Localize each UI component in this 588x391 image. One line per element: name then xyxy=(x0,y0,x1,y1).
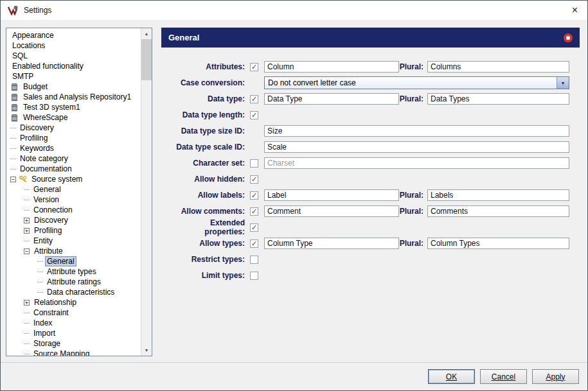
tree-item-import[interactable]: Import xyxy=(6,328,141,338)
apply-button-label: Apply xyxy=(546,372,565,381)
tree-item-attribute-ratings[interactable]: Attribute ratings xyxy=(6,277,141,287)
tree-item-constraint[interactable]: Constraint xyxy=(6,308,141,318)
cancel-button[interactable]: Cancel xyxy=(480,369,527,384)
data-type-plural-input[interactable] xyxy=(427,93,569,105)
checkbox-cell xyxy=(250,272,264,280)
detail-panel: General Attributes:✓Plural:Case conversi… xyxy=(161,28,580,356)
data-type-size-id-input[interactable] xyxy=(264,125,569,137)
field-row-case-conversion: Case conversion:Do not convert letter ca… xyxy=(169,77,569,89)
tree-item-label: Constraint xyxy=(31,308,71,318)
collapse-icon[interactable]: − xyxy=(24,248,30,254)
tree-item-documentation[interactable]: Documentation xyxy=(6,164,141,174)
tree-item-index[interactable]: Index xyxy=(6,318,141,328)
expand-icon[interactable]: + xyxy=(24,218,30,223)
tree-item-smtp[interactable]: SMTP xyxy=(6,71,141,82)
tree-item-discovery[interactable]: Discovery xyxy=(6,123,141,133)
character-set-input[interactable] xyxy=(264,157,569,169)
attributes-plural-input[interactable] xyxy=(427,61,569,73)
allow-types-plural-input[interactable] xyxy=(427,238,569,249)
allow-types-input[interactable] xyxy=(264,238,399,249)
tree-item-sql[interactable]: SQL xyxy=(6,51,141,61)
tree-item-keywords[interactable]: Keywords xyxy=(6,143,141,153)
footer-bar: OK Cancel Apply xyxy=(1,362,587,390)
allow-comments-input[interactable] xyxy=(264,205,399,217)
allow-comments-plural-input[interactable] xyxy=(427,205,569,217)
collapse-icon[interactable]: − xyxy=(10,177,16,182)
tree-item-connection[interactable]: Connection xyxy=(6,205,141,215)
allow-labels-input[interactable] xyxy=(264,189,399,201)
case-conversion-dropdown[interactable]: Do not convert letter case▼ xyxy=(264,76,569,89)
tree-item-label: Attribute types xyxy=(45,266,98,277)
tree-line xyxy=(24,313,30,313)
field-row-allow-hidden: Allow hidden:✓ xyxy=(169,173,569,185)
checkbox-cell xyxy=(250,256,264,264)
ok-button[interactable]: OK xyxy=(428,369,475,384)
tree-item-label: Version xyxy=(31,195,61,205)
tree-item-test-3d-system1[interactable]: Test 3D system1 xyxy=(6,102,141,112)
tree-item-appearance[interactable]: Appearance xyxy=(6,30,141,40)
tree-item-profiling[interactable]: Profiling xyxy=(6,133,141,143)
tree-item-storage[interactable]: Storage xyxy=(6,338,141,349)
data-type-scale-id-label: Data type scale ID: xyxy=(169,143,250,152)
tree-item-entity[interactable]: Entity xyxy=(6,236,141,246)
tree-item-label: Profiling xyxy=(32,225,64,236)
tree-item-wherescape[interactable]: WhereScape xyxy=(6,112,141,123)
tree-item-budget[interactable]: Budget xyxy=(6,82,141,92)
field-row-allow-labels: Allow labels:✓Plural: xyxy=(169,189,569,201)
keys-icon xyxy=(19,175,28,184)
scroll-down-icon[interactable]: ▼ xyxy=(141,345,152,356)
allow-types-checkbox[interactable]: ✓ xyxy=(250,239,258,248)
expand-icon[interactable]: + xyxy=(24,228,30,234)
allow-labels-checkbox[interactable]: ✓ xyxy=(250,191,258,200)
ok-button-label: OK xyxy=(446,372,457,381)
tree-item-enabled-functionality[interactable]: Enabled functionality xyxy=(6,61,141,71)
tree-item-profiling[interactable]: +Profiling xyxy=(6,225,141,236)
attributes-input[interactable] xyxy=(264,61,399,73)
tree-item-discovery[interactable]: +Discovery xyxy=(6,215,141,225)
apply-button[interactable]: Apply xyxy=(532,369,579,384)
cancel-button-label: Cancel xyxy=(492,372,515,381)
data-type-input[interactable] xyxy=(264,93,399,105)
data-type-length-checkbox[interactable]: ✓ xyxy=(250,111,258,119)
tree-item-general[interactable]: General xyxy=(6,184,141,195)
tree-scrollbar[interactable]: ▲ ▼ xyxy=(141,28,152,356)
attributes-checkbox[interactable]: ✓ xyxy=(250,63,258,71)
tree-item-version[interactable]: Version xyxy=(6,195,141,205)
character-set-checkbox[interactable] xyxy=(250,159,258,168)
tree-item-data-characteristics[interactable]: Data characteristics xyxy=(6,287,141,297)
tree-item-general[interactable]: General xyxy=(6,256,141,266)
restrict-types-checkbox[interactable] xyxy=(250,256,258,264)
field-row-attributes: Attributes:✓Plural: xyxy=(169,61,569,73)
tree-item-label: Sales and Analysis Repository1 xyxy=(21,92,133,102)
allow-comments-checkbox[interactable]: ✓ xyxy=(250,207,258,216)
data-type-checkbox[interactable]: ✓ xyxy=(250,95,258,103)
allow-labels-plural-input[interactable] xyxy=(427,189,569,201)
tree-item-label: Connection xyxy=(31,205,75,215)
tree-line xyxy=(10,148,16,149)
tree-item-attribute[interactable]: −Attribute xyxy=(6,246,141,256)
allow-hidden-checkbox[interactable]: ✓ xyxy=(250,175,258,184)
tree-item-label: Attribute xyxy=(32,246,65,256)
scroll-thumb[interactable] xyxy=(141,39,152,80)
tree-item-attribute-types[interactable]: Attribute types xyxy=(6,266,141,277)
tree-line xyxy=(37,272,43,272)
tree-item-source-mapping[interactable]: Source Mapping xyxy=(6,349,141,356)
extended-properties-checkbox[interactable]: ✓ xyxy=(250,223,258,232)
allow-labels-label: Allow labels: xyxy=(169,191,250,200)
tree-item-note-category[interactable]: Note category xyxy=(6,153,141,164)
settings-window: Settings × AppearanceLocationsSQLEnabled… xyxy=(0,0,588,391)
expand-icon[interactable]: + xyxy=(24,300,30,306)
scroll-up-icon[interactable]: ▲ xyxy=(141,28,152,39)
limit-types-label: Limit types: xyxy=(169,271,250,280)
close-icon[interactable]: × xyxy=(570,5,580,15)
limit-types-checkbox[interactable] xyxy=(250,272,258,280)
character-set-label: Character set: xyxy=(169,159,250,168)
chevron-down-icon[interactable]: ▼ xyxy=(557,77,569,89)
tree-item-locations[interactable]: Locations xyxy=(6,40,141,51)
tree-item-source-system[interactable]: −Source system xyxy=(6,174,141,184)
tree-item-sales-and-analysis-repository1[interactable]: Sales and Analysis Repository1 xyxy=(6,92,141,102)
tree-item-relationship[interactable]: +Relationship xyxy=(6,297,141,308)
allow-hidden-label: Allow hidden: xyxy=(169,175,250,184)
data-type-scale-id-input[interactable] xyxy=(264,141,569,153)
repository-icon xyxy=(10,83,19,91)
